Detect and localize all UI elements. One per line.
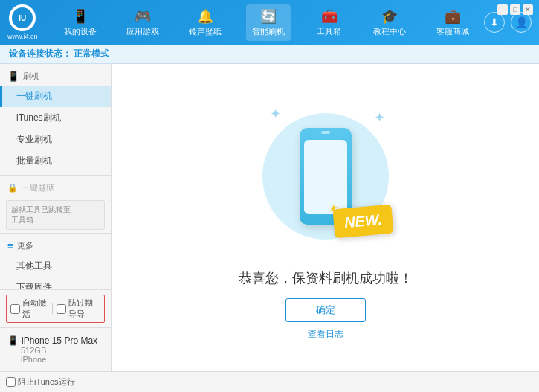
my-device-label: 我的设备 (64, 26, 97, 37)
itunes-checkbox[interactable]: 阻止iTunes运行 (6, 376, 75, 388)
nav-tab-tutorials[interactable]: 🎓 教程中心 (367, 4, 412, 41)
sparkle-icon-1: ✦ (270, 106, 281, 122)
nav-tab-apps[interactable]: 🎮 应用游戏 (120, 4, 165, 41)
phone-illustration: ✦ ✦ NEW. (251, 94, 400, 258)
nav-tab-my-device[interactable]: 📱 我的设备 (58, 4, 103, 41)
close-button[interactable]: ✕ (523, 4, 533, 15)
sidebar-item-pro-flash[interactable]: 专业刷机 (0, 129, 111, 150)
my-device-icon: 📱 (72, 8, 88, 25)
sidebar-item-download-firmware[interactable]: 下载固件 (0, 277, 111, 289)
tutorials-label: 教程中心 (373, 26, 406, 37)
device-name-row: 📱 iPhone 15 Pro Max (7, 335, 103, 346)
auto-activate-checkbox[interactable]: 自动激活 (10, 298, 48, 320)
user-button[interactable]: 👤 (511, 12, 532, 33)
sidebar-section-flash: 📱 刷机 一键刷机 iTunes刷机 专业刷机 批量刷机 (0, 67, 111, 172)
more-section-label: 更多 (17, 240, 33, 251)
nav-tab-ringtone[interactable]: 🔔 铃声壁纸 (183, 4, 227, 41)
header-right: ⬇ 👤 (484, 12, 532, 33)
ringtone-icon: 🔔 (197, 8, 213, 25)
flash-section-icon: 📱 (7, 71, 19, 82)
sidebar-item-itunes-flash[interactable]: iTunes刷机 (0, 107, 111, 129)
itunes-checkbox-input[interactable] (6, 377, 16, 387)
service-icon: 💼 (445, 8, 461, 25)
jb-section-label: 一键越狱 (22, 182, 54, 193)
device-section: 📱 iPhone 15 Pro Max 512GB iPhone (0, 327, 111, 371)
sidebar-section-more-header: ≡ 更多 (0, 237, 111, 255)
sidebar: 📱 刷机 一键刷机 iTunes刷机 专业刷机 批量刷机 🔒 一键越狱 越狱工具… (0, 64, 112, 371)
window-controls[interactable]: — □ ✕ (497, 4, 533, 15)
minimize-button[interactable]: — (497, 4, 508, 15)
phone-camera (321, 131, 330, 134)
time-guide-input[interactable] (57, 304, 66, 314)
device-icon: 📱 (7, 335, 19, 346)
smart-flash-icon: 🔄 (260, 8, 277, 25)
sidebar-item-batch-flash[interactable]: 批量刷机 (0, 150, 111, 172)
time-guide-checkbox[interactable]: 防过期导导 (57, 298, 100, 320)
sidebar-item-other-tools[interactable]: 其他工具 (0, 255, 111, 277)
confirm-button[interactable]: 确定 (285, 298, 366, 322)
content-area: ✦ ✦ NEW. 恭喜您，保资料刷机成功啦！ 确定 查看日志 (112, 64, 539, 371)
service-label: 客服商城 (436, 26, 469, 37)
more-section-icon: ≡ (7, 240, 13, 251)
sidebar-section-jb-header: 🔒 一键越狱 (0, 179, 111, 197)
sidebar-section-jailbreak: 🔒 一键越狱 越狱工具已跳转至工具箱 (0, 179, 111, 230)
status-bar: 设备连接状态： 正常模式 (0, 45, 539, 64)
ringtone-label: 铃声壁纸 (189, 26, 222, 37)
logo: iU www.i4.cn (7, 4, 38, 40)
checkbox-row: 自动激活 防过期导导 (6, 295, 105, 323)
success-text: 恭喜您，保资料刷机成功啦！ (239, 269, 413, 287)
device-type: iPhone (7, 355, 103, 364)
sidebar-item-one-click-flash[interactable]: 一键刷机 (0, 86, 111, 107)
maximize-button[interactable]: □ (510, 4, 520, 15)
sidebar-section-more: ≡ 更多 其他工具 下载固件 高级功能 (0, 237, 111, 289)
phone-screen (304, 140, 347, 214)
jb-notice: 越狱工具已跳转至工具箱 (6, 200, 105, 230)
auto-activate-input[interactable] (10, 304, 20, 314)
toolbox-icon: 🧰 (321, 8, 338, 25)
jb-section-icon: 🔒 (7, 183, 18, 193)
nav-tab-smart-flash[interactable]: 🔄 智能刷机 (246, 4, 291, 41)
nav-tabs: 📱 我的设备 🎮 应用游戏 🔔 铃声壁纸 🔄 智能刷机 🧰 工具箱 🎓 (49, 4, 484, 41)
log-link[interactable]: 查看日志 (308, 328, 343, 341)
download-button[interactable]: ⬇ (484, 12, 505, 33)
header: iU www.i4.cn 📱 我的设备 🎮 应用游戏 🔔 铃声壁纸 🔄 智能刷机 (0, 0, 539, 45)
nav-tab-service[interactable]: 💼 客服商城 (430, 4, 475, 41)
apps-icon: 🎮 (135, 8, 151, 25)
nav-tab-toolbox[interactable]: 🧰 工具箱 (309, 4, 349, 41)
sparkle-icon-2: ✦ (374, 109, 385, 126)
checkbox-divider (52, 303, 53, 314)
logo-text: www.i4.cn (7, 33, 38, 40)
bottom-bar: 阻止iTunes运行 (0, 371, 539, 392)
tutorials-icon: 🎓 (381, 8, 398, 25)
sidebar-section-flash-header: 📱 刷机 (0, 67, 111, 86)
apps-label: 应用游戏 (126, 26, 159, 37)
smart-flash-label: 智能刷机 (252, 26, 285, 37)
new-badge: NEW. (332, 205, 393, 239)
auto-activate-label: 自动激活 (22, 298, 48, 320)
toolbox-label: 工具箱 (317, 26, 341, 37)
flash-section-label: 刷机 (23, 71, 39, 82)
time-guide-label: 防过期导导 (68, 298, 100, 320)
status-value: 正常模式 (74, 48, 109, 59)
device-card: 📱 iPhone 15 Pro Max 512GB iPhone (6, 332, 105, 367)
device-storage: 512GB (7, 346, 103, 355)
logo-icon: iU (12, 7, 33, 28)
status-prefix: 设备连接状态： (9, 48, 71, 59)
itunes-label: 阻止iTunes运行 (18, 376, 75, 388)
auto-section: 自动激活 防过期导导 (0, 289, 111, 327)
device-name: iPhone 15 Pro Max (22, 335, 97, 346)
